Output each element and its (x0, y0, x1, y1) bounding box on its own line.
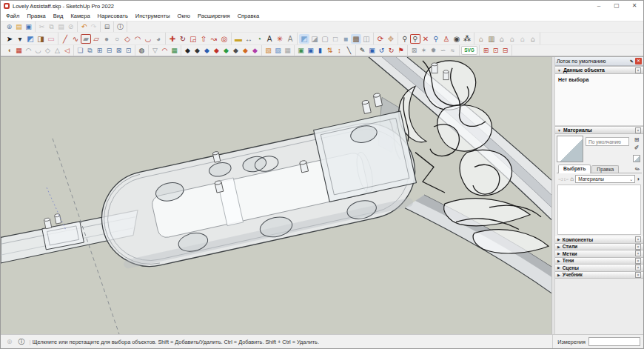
tray-section-instructor[interactable]: ▶Учебник× (555, 272, 643, 279)
paste-button[interactable]: ▤ (56, 22, 66, 32)
align-axis-black-button[interactable]: ◆ (231, 46, 241, 56)
print-button[interactable]: ⊟ (102, 22, 112, 32)
erase-button[interactable]: ⊘ (66, 22, 76, 32)
two-point-arc-tool-button[interactable]: ◡ (143, 34, 153, 44)
align-axis-orange-button[interactable]: ◆ (241, 46, 250, 56)
circle-tool-button[interactable]: ● (101, 34, 112, 44)
align-axis-blue-button[interactable]: ◆ (202, 46, 212, 56)
position-camera-tool-button[interactable]: ♙ (441, 34, 452, 44)
align-axis-2-button[interactable]: ◆ (192, 46, 202, 56)
sandbox-from-contours-button[interactable]: ◖ (4, 46, 14, 56)
iso-box-orange-button[interactable]: ▧ (264, 46, 273, 56)
solid-union-button[interactable]: ⊞ (95, 46, 104, 56)
swap-up-down-button[interactable]: ⇅ (325, 46, 335, 56)
create-material-button[interactable]: ⊞ (634, 136, 640, 143)
paint-bucket-button[interactable]: ◨ (36, 34, 46, 44)
zoom-extents-button[interactable]: ✕ (420, 34, 431, 44)
gray-wave-button[interactable]: ∽ (438, 46, 448, 56)
back-arrow-icon[interactable]: ◅ (558, 176, 563, 182)
rotated-rectangle-tool-button[interactable]: ▱ (91, 34, 101, 44)
solid-subtract-button[interactable]: ⊟ (104, 46, 114, 56)
push-pull-tool-button[interactable]: ⇧ (198, 34, 209, 44)
menu-edit[interactable]: Правка (23, 11, 49, 21)
solid-intersect-button[interactable]: ⧉ (85, 46, 95, 56)
material-name-field[interactable]: По умолчанию (586, 137, 629, 146)
tape-measure-tool-button[interactable]: ▬ (233, 34, 244, 44)
text-tool-button[interactable]: A (264, 34, 275, 44)
orbit-tool-button[interactable]: ⟳ (375, 34, 386, 44)
solid-trim-button[interactable]: ⊠ (114, 46, 124, 56)
measurements-input[interactable] (588, 337, 640, 346)
line-tool-button[interactable]: ╱ (60, 34, 70, 44)
forward-arrow-icon[interactable]: ▻ (564, 176, 568, 182)
details-flyout-icon[interactable]: ◗ (637, 176, 640, 182)
gray-box-diagonal-button[interactable]: ⊠ (409, 46, 419, 56)
style-hidden-line-button[interactable]: □ (330, 34, 341, 44)
share-model-button[interactable]: ⌂ (497, 34, 507, 44)
model-info-button[interactable]: ⓘ (115, 22, 125, 32)
cut-button[interactable]: ✂ (37, 22, 47, 32)
sandbox-from-scratch-button[interactable]: ▦ (14, 46, 24, 56)
ellipse-tool-button[interactable]: ○ (112, 34, 122, 44)
rotate-tool-button[interactable]: ↻ (178, 34, 188, 44)
pan-tool-button[interactable]: ✥ (386, 34, 396, 44)
menu-camera[interactable]: Камера (67, 11, 93, 21)
rod-bracket[interactable] (40, 210, 84, 250)
solid-split-button[interactable]: ⊡ (124, 46, 133, 56)
materials-dropdown[interactable]: Материалы ⌄ (575, 175, 635, 183)
help-info-icon[interactable]: ⓘ (19, 337, 25, 347)
tray-section-styles[interactable]: ▶Стили× (555, 244, 643, 251)
section-close-button[interactable]: × (635, 244, 641, 250)
material-preview-thumb[interactable] (557, 136, 583, 162)
freehand-tool-button[interactable]: ∿ (70, 34, 81, 44)
compass-tool-button[interactable]: ◍ (137, 46, 147, 56)
make-component-button[interactable]: ◩ (25, 34, 36, 44)
tab-select[interactable]: Выбрать (558, 164, 591, 173)
menu-draw[interactable]: Нарисовать (94, 11, 132, 21)
zoom-previous-button[interactable]: ⚲ (431, 34, 441, 44)
bend-tool-button[interactable]: ◠ (160, 46, 170, 56)
minimize-button[interactable]: – (590, 1, 608, 11)
3d-text-tool-button[interactable]: A (285, 34, 295, 44)
tab-edit[interactable]: Правка (591, 165, 619, 173)
iso-box-gray-button[interactable]: ▦ (283, 46, 292, 56)
flag-tool-button[interactable]: ⚑ (396, 46, 406, 56)
drawing-viewport[interactable] (1, 57, 551, 334)
section-close-button[interactable]: × (635, 250, 641, 256)
section-close-button[interactable]: × (635, 258, 641, 264)
style-monochrome-button[interactable]: ◫ (361, 34, 372, 44)
entity-info-close-button[interactable]: × (635, 67, 641, 73)
copy-button[interactable]: ⧉ (47, 22, 56, 32)
axes-tool-button[interactable]: ✳ (275, 34, 285, 44)
gray-burst-2-button[interactable]: ✹ (429, 46, 438, 56)
bar-blue-tool-button[interactable]: ▮ (315, 46, 325, 56)
align-axis-1-button[interactable]: ◆ (183, 46, 192, 56)
in-model-home-icon[interactable]: ⌂ (570, 176, 574, 182)
section-close-button[interactable]: × (635, 265, 641, 270)
undo-button[interactable]: ↶ (79, 22, 89, 32)
shield-tool-button[interactable]: ▽ (150, 46, 160, 56)
solid-outer-shell-button[interactable]: ❏ (76, 46, 85, 56)
protractor-tool-button[interactable]: ◔ (254, 34, 264, 44)
style-xray-button[interactable]: ◩ (299, 34, 309, 44)
lattice-tool-button[interactable]: ▦ (170, 46, 179, 56)
new-model-button[interactable]: ⊕ (4, 22, 14, 32)
tray-scrollbar[interactable] (552, 57, 555, 334)
extension-warehouse-button[interactable]: ⌂ (517, 34, 528, 44)
move-tool-button[interactable]: ✚ (167, 34, 178, 44)
eraser-tool-button[interactable]: ▭ (46, 34, 56, 44)
share-component-button[interactable]: ⌂ (507, 34, 517, 44)
follow-me-tool-button[interactable]: ↝ (209, 34, 219, 44)
geolocation-icon[interactable]: ⊕ (7, 338, 13, 345)
section-materials-header[interactable]: ▼ Материалы × (555, 126, 643, 134)
swap-down-up-button[interactable]: ↨ (335, 46, 344, 56)
grid-tool-button[interactable]: ⊞ (481, 46, 491, 56)
default-paint-thumb[interactable] (633, 155, 640, 162)
grid-draw-tool-button[interactable]: ⊟ (500, 46, 510, 56)
zoom-tool-button[interactable]: ⚲ (400, 34, 410, 44)
section-entity-info-header[interactable]: ▼ Данные объекта × (555, 66, 643, 74)
sandbox-flip-edge-button[interactable]: ◁ (62, 46, 72, 56)
blue-m-tool-button[interactable]: ▣ (367, 46, 377, 56)
materials-close-button[interactable]: × (635, 127, 641, 133)
3d-warehouse-button[interactable]: ▥ (486, 34, 497, 44)
